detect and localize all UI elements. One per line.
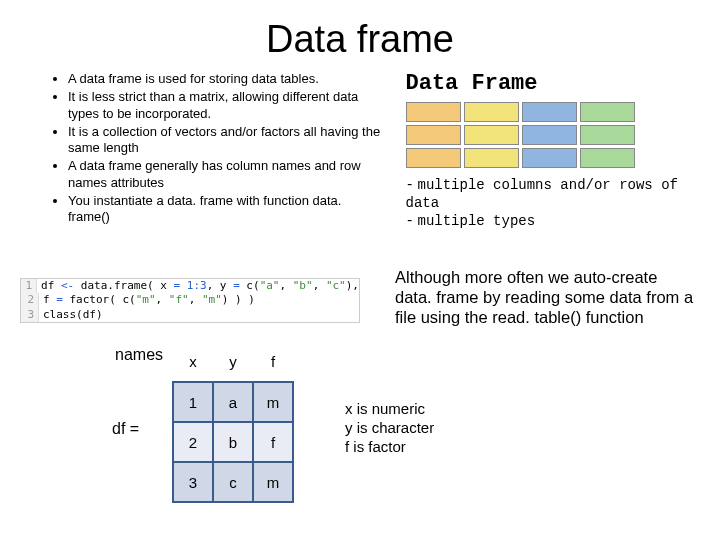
type-notes: x is numeric y is character f is factor [345,400,434,456]
dataframe-grid-icon [406,102,681,168]
example-table: x y f 1 a m 2 b f 3 c m [172,342,294,503]
diagram-panel: Data Frame -multiple columns and/or rows… [406,71,681,231]
table-cell: f [253,422,293,462]
diagram-note: multiple types [418,213,536,229]
code-snippet: 1df <- data.frame( x = 1:3, y = c("a", "… [20,278,360,323]
content-row: A data frame is used for storing data ta… [0,71,720,231]
col-header: f [253,342,293,382]
line-number: 1 [21,279,37,293]
table-cell: 1 [173,382,213,422]
type-note-line: x is numeric [345,400,434,419]
bullet-item: A data frame generally has column names … [68,158,386,191]
bullet-item: You instantiate a data. frame with funct… [68,193,386,226]
type-note-line: f is factor [345,438,434,457]
bullet-item: It is less strict than a matrix, allowin… [68,89,386,122]
code-text: df <- data.frame( x = 1:3, y = c("a", "b… [37,279,359,293]
names-label: names [115,346,163,364]
type-note-line: y is character [345,419,434,438]
table-cell: 3 [173,462,213,502]
table-cell: 2 [173,422,213,462]
table-cell: m [253,462,293,502]
diagram-heading: Data Frame [406,71,681,96]
df-equals-label: df = [112,420,139,438]
slide-title: Data frame [0,0,720,71]
diagram-note: multiple columns and/or rows of data [406,177,678,211]
col-header: x [173,342,213,382]
code-text: class(df) [39,308,103,322]
table-cell: a [213,382,253,422]
table-cell: c [213,462,253,502]
col-header: y [213,342,253,382]
bullet-item: It is a collection of vectors and/or fac… [68,124,386,157]
table-cell: m [253,382,293,422]
bullet-item: A data frame is used for storing data ta… [68,71,386,87]
code-text: f = factor( c("m", "f", "m") ) ) [39,293,255,307]
table-cell: b [213,422,253,462]
paragraph-text: Although more often we auto-create data.… [395,268,695,327]
diagram-notes: -multiple columns and/or rows of data -m… [406,176,681,231]
line-number: 2 [21,293,39,307]
bullet-list: A data frame is used for storing data ta… [50,71,386,231]
line-number: 3 [21,308,39,322]
